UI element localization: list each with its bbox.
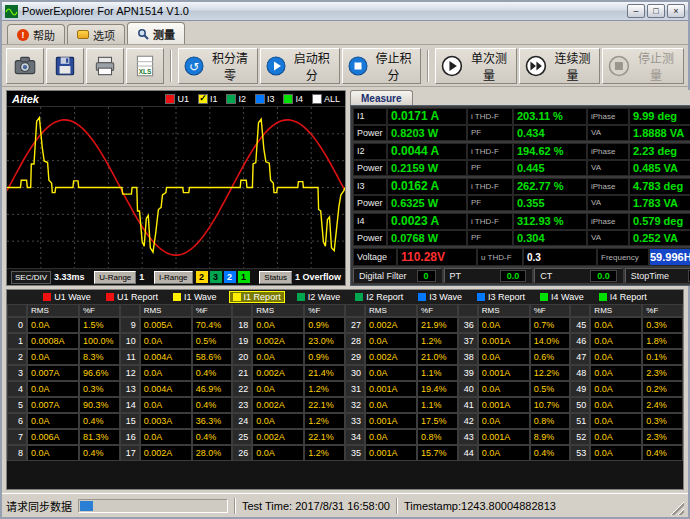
harmonic-pct: 12.2%: [530, 365, 571, 381]
i4-checkbox[interactable]: [283, 94, 293, 104]
harmonic-rms: 0.001A: [478, 397, 530, 413]
stop-measure-label: 停止测量: [634, 49, 678, 83]
scope-legend-i4[interactable]: I4: [283, 94, 303, 104]
integral-clear-button[interactable]: ↺ 积分清零: [178, 48, 258, 84]
setting-pt[interactable]: PT0.0: [444, 268, 533, 283]
i3-report-color-box: [477, 293, 485, 301]
phase-label: iPhase: [587, 213, 629, 230]
power-value: 0.0768 W: [387, 230, 467, 247]
harmonic-rms: 0.0A: [365, 429, 417, 445]
scope-legend-i2[interactable]: I2: [226, 94, 246, 104]
tab-options[interactable]: 选项: [67, 24, 125, 44]
col-header-rms: RMS: [27, 304, 79, 317]
power-value: 0.6325 W: [387, 195, 467, 212]
legend-label: I2 Wave: [308, 292, 341, 302]
tab-measure[interactable]: 测量: [127, 22, 185, 44]
harmonics-legend-u1-report[interactable]: U1 Report: [103, 292, 161, 302]
harmonics-legend-i4-wave[interactable]: I4 Wave: [537, 292, 587, 302]
harmonic-number: 2: [7, 349, 27, 365]
pf-label: PF: [467, 160, 513, 177]
screenshot-button[interactable]: [6, 48, 44, 84]
u1-checkbox[interactable]: [165, 94, 175, 104]
tab-help[interactable]: ! 帮助: [7, 24, 65, 44]
harmonic-rms: 0.0A: [590, 365, 642, 381]
brand-logo: Aitek: [12, 93, 39, 105]
harmonic-pct: 0.4%: [642, 445, 683, 461]
harmonics-legend-i1-wave[interactable]: I1 Wave: [170, 292, 220, 302]
va-value: 0.252 VA: [629, 230, 690, 247]
channel-name: I4: [353, 213, 387, 230]
harmonic-rms: 0.0A: [478, 445, 530, 461]
minimize-button[interactable]: –: [627, 4, 645, 18]
setting-ct[interactable]: CT0.0: [534, 268, 623, 283]
measure-tab[interactable]: Measure: [350, 90, 413, 105]
harmonic-pct: 96.6%: [79, 365, 120, 381]
harmonic-rms: 0.0A: [27, 413, 79, 429]
measure-channel-i3: I30.0162 Ai THD-F262.77 %iPhase4.783 deg…: [353, 178, 690, 211]
close-button[interactable]: ×: [667, 4, 685, 18]
harmonic-pct: 1.2%: [304, 413, 345, 429]
measure-channel-i2: I20.0044 Ai THD-F194.62 %iPhase2.23 degP…: [353, 143, 690, 176]
export-excel-button[interactable]: XLS: [126, 48, 164, 84]
harmonics-legend-i4-report[interactable]: I4 Report: [596, 292, 650, 302]
thd-label: i THD-F: [467, 178, 513, 195]
save-button[interactable]: [46, 48, 84, 84]
harmonic-number: 14: [120, 397, 140, 413]
single-measure-button[interactable]: 单次测量: [435, 48, 517, 84]
urange-label[interactable]: U-Range: [94, 271, 136, 284]
resize-grip[interactable]: [670, 501, 684, 515]
setting-digital-filter[interactable]: Digital Filter0: [353, 268, 442, 283]
pf-label: PF: [467, 195, 513, 212]
scope-legend-u1[interactable]: U1: [165, 94, 189, 104]
harmonic-pct: 0.4%: [192, 365, 233, 381]
status-value: 1 Overflow: [295, 272, 341, 282]
setting-stoptime[interactable]: StopTime0: [625, 268, 690, 283]
u1-report-color-box: [106, 293, 114, 301]
channel-name: I3: [353, 178, 387, 195]
harmonics-legend-i2-report[interactable]: I2 Report: [352, 292, 406, 302]
u1-wave-color-box: [43, 293, 51, 301]
harmonics-legend-i1-report[interactable]: I1 Report: [229, 291, 285, 303]
voltage-label: Voltage: [353, 248, 397, 266]
channel-name: I2: [353, 143, 387, 160]
harmonic-number: 47: [570, 349, 590, 365]
harmonic-number: 36: [458, 317, 478, 333]
col-header-pct: %F: [642, 304, 683, 317]
i1-checkbox[interactable]: ✓: [198, 94, 208, 104]
col-header-pct: %F: [79, 304, 120, 317]
stop-measure-button[interactable]: 停止测量: [602, 48, 684, 84]
harmonics-legend-i3-wave[interactable]: I3 Wave: [415, 292, 465, 302]
harmonic-number: 42: [458, 413, 478, 429]
i3-checkbox[interactable]: [255, 94, 265, 104]
harmonics-legend-u1-wave[interactable]: U1 Wave: [40, 292, 94, 302]
phase-label: iPhase: [587, 143, 629, 160]
harmonic-number: 27: [345, 317, 365, 333]
continuous-measure-button[interactable]: 连续测量: [519, 48, 601, 84]
thd-value: 262.77 %: [513, 178, 587, 195]
stop-integral-button[interactable]: 停止积分: [342, 48, 422, 84]
harmonics-legend-i2-wave[interactable]: I2 Wave: [294, 292, 344, 302]
maximize-button[interactable]: □: [647, 4, 665, 18]
all-checkbox[interactable]: [312, 94, 322, 104]
legend-label: U1 Wave: [54, 292, 91, 302]
col-header-num: [570, 304, 590, 317]
harmonic-rms: 0.0A: [590, 333, 642, 349]
scope-legend-all[interactable]: ALL: [312, 94, 340, 104]
harmonic-pct: 21.0%: [417, 349, 458, 365]
start-integral-button[interactable]: 启动积分: [260, 48, 340, 84]
toolbar: XLS ↺ 积分清零 启动积分 停止积分: [2, 45, 688, 87]
irange-label[interactable]: I-Range: [154, 271, 192, 284]
scope-legend-i3[interactable]: I3: [255, 94, 275, 104]
start-integral-icon: [266, 55, 286, 77]
harmonic-rms: 0.002A: [252, 429, 304, 445]
harmonic-pct: 1.8%: [642, 333, 683, 349]
scope-legend-i1[interactable]: ✓I1: [198, 94, 218, 104]
harmonic-pct: 1.1%: [417, 397, 458, 413]
harmonic-number: 46: [570, 333, 590, 349]
scope-footer: SEC/DIV 3.33ms U-Range 1 I-Range 2321 St…: [7, 268, 345, 285]
harmonics-legend-i3-report[interactable]: I3 Report: [474, 292, 528, 302]
harmonics-panel: U1 WaveU1 ReportI1 WaveI1 ReportI2 WaveI…: [6, 289, 684, 490]
i2-checkbox[interactable]: [226, 94, 236, 104]
harmonic-rms: 0.003A: [140, 413, 192, 429]
print-button[interactable]: [86, 48, 124, 84]
